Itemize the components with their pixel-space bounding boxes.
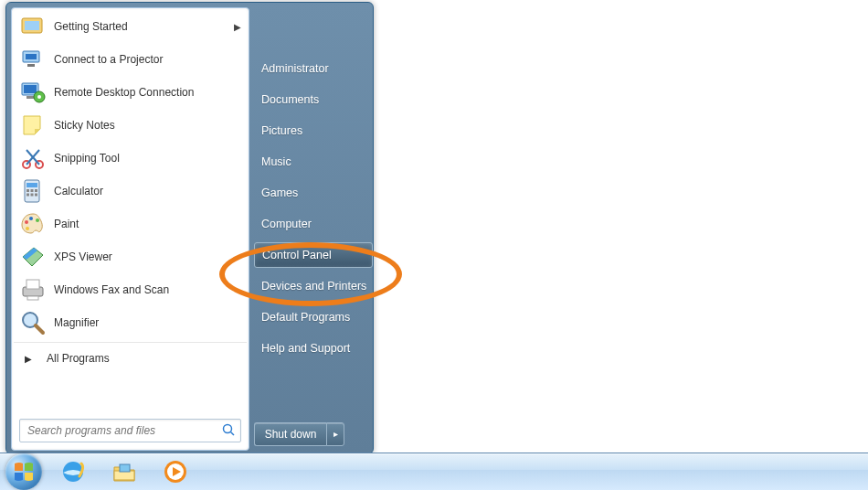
svg-rect-11 (24, 85, 37, 93)
chevron-right-icon: ▸ (333, 429, 338, 439)
all-programs-arrow-icon: ▶ (25, 354, 32, 364)
shutdown-button[interactable]: Shut down (254, 422, 326, 446)
svg-rect-40 (120, 464, 130, 472)
places-control-panel[interactable]: Control Panel (254, 242, 373, 268)
svg-rect-25 (31, 194, 34, 197)
places-default-programs[interactable]: Default Programs (254, 304, 373, 330)
calculator-icon (19, 177, 47, 205)
taskbar-windows-explorer[interactable] (101, 454, 148, 489)
internet-explorer-icon (60, 459, 86, 485)
svg-rect-23 (35, 189, 37, 192)
places-documents[interactable]: Documents (254, 87, 373, 112)
magnifier-icon (19, 309, 47, 336)
xps-viewer-icon (19, 243, 47, 271)
places-music[interactable]: Music (254, 149, 373, 175)
svg-rect-32 (26, 280, 39, 289)
search-input[interactable] (26, 423, 222, 438)
places-computer[interactable]: Computer (254, 211, 373, 237)
svg-point-28 (29, 217, 33, 220)
projector-icon (19, 46, 47, 73)
getting-started-icon (19, 13, 47, 40)
search-icon (222, 423, 235, 439)
start-button[interactable] (5, 453, 42, 490)
folder-icon (111, 459, 137, 485)
places-help-support[interactable]: Help and Support (254, 336, 373, 361)
windows-logo-icon (13, 461, 35, 483)
svg-rect-9 (27, 64, 35, 67)
submenu-arrow-icon: ▶ (234, 22, 241, 32)
program-label: Calculator (54, 185, 241, 197)
program-getting-started[interactable]: Getting Started ▶ (14, 10, 247, 43)
svg-rect-8 (26, 54, 37, 59)
places-games[interactable]: Games (254, 180, 373, 206)
program-xps-viewer[interactable]: XPS Viewer (14, 240, 247, 273)
program-label: Windows Fax and Scan (54, 283, 241, 296)
svg-point-14 (37, 95, 41, 99)
program-label: XPS Viewer (54, 250, 241, 263)
svg-rect-33 (27, 296, 38, 300)
places-panel: Administrator Documents Pictures Music G… (254, 56, 373, 367)
program-label: Sticky Notes (54, 119, 241, 132)
svg-line-37 (231, 431, 235, 435)
program-label: Snipping Tool (54, 152, 241, 165)
program-calculator[interactable]: Calculator (14, 175, 247, 208)
sticky-notes-icon (19, 112, 47, 139)
program-magnifier[interactable]: Magnifier (14, 306, 247, 339)
places-administrator[interactable]: Administrator (254, 56, 373, 81)
spacer (12, 373, 249, 413)
media-player-icon (163, 459, 188, 485)
shutdown-options-button[interactable]: ▸ (326, 422, 344, 446)
program-label: Connect to a Projector (54, 53, 241, 66)
start-menu: Getting Started ▶ Connect to a Projector… (5, 2, 374, 454)
svg-line-35 (36, 325, 43, 333)
taskbar-internet-explorer[interactable] (49, 454, 97, 489)
places-devices-printers[interactable]: Devices and Printers (254, 273, 373, 299)
svg-rect-12 (26, 96, 34, 99)
program-paint[interactable]: Paint (14, 208, 247, 240)
svg-rect-24 (26, 194, 29, 197)
svg-rect-20 (26, 183, 37, 187)
svg-point-36 (224, 424, 232, 432)
svg-point-27 (25, 220, 28, 224)
svg-rect-26 (35, 194, 37, 197)
program-fax-scan[interactable]: Windows Fax and Scan (14, 273, 247, 306)
recent-programs-list: Getting Started ▶ Connect to a Projector… (12, 8, 249, 341)
remote-desktop-icon (19, 79, 47, 106)
program-connect-projector[interactable]: Connect to a Projector (14, 43, 247, 76)
taskbar (0, 453, 868, 490)
program-snipping-tool[interactable]: Snipping Tool (14, 142, 247, 175)
programs-panel: Getting Started ▶ Connect to a Projector… (11, 7, 249, 451)
svg-rect-22 (31, 189, 34, 192)
program-label: Paint (54, 218, 241, 230)
program-label: Remote Desktop Connection (54, 86, 241, 99)
all-programs-label: All Programs (47, 352, 110, 365)
svg-rect-6 (25, 21, 39, 30)
program-sticky-notes[interactable]: Sticky Notes (14, 109, 247, 142)
separator (14, 342, 247, 343)
paint-icon (19, 210, 47, 238)
search-row (12, 413, 249, 450)
svg-rect-21 (26, 189, 29, 192)
svg-point-29 (36, 218, 39, 222)
taskbar-media-player[interactable] (152, 454, 199, 489)
program-label: Getting Started (54, 20, 234, 33)
svg-point-30 (26, 227, 29, 230)
program-label: Magnifier (54, 316, 241, 329)
fax-scan-icon (19, 276, 47, 304)
snipping-tool-icon (19, 144, 47, 172)
places-pictures[interactable]: Pictures (254, 118, 373, 144)
program-remote-desktop[interactable]: Remote Desktop Connection (14, 76, 247, 109)
search-box[interactable] (19, 419, 241, 442)
all-programs-item[interactable]: ▶ All Programs (12, 344, 249, 373)
shutdown-group: Shut down ▸ (254, 422, 344, 444)
